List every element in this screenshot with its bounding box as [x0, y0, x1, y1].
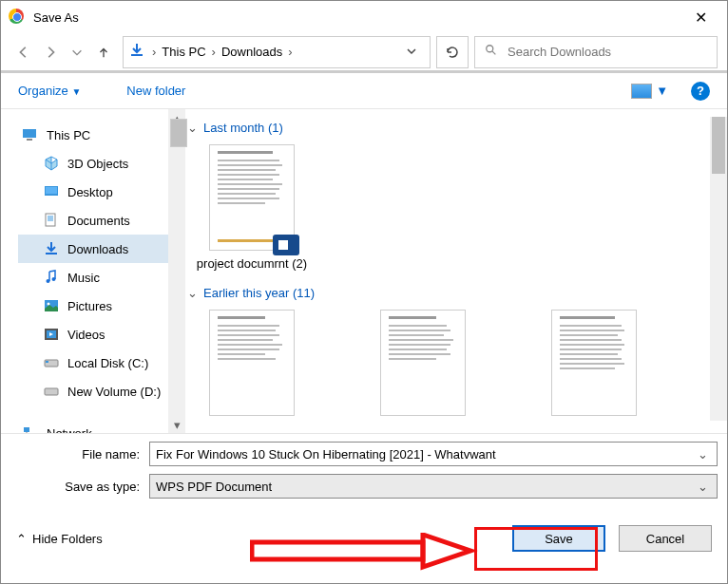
svg-rect-4	[46, 187, 57, 194]
recent-dropdown[interactable]	[64, 39, 90, 66]
network-icon	[22, 425, 39, 433]
refresh-button[interactable]	[436, 36, 469, 68]
pc-icon	[22, 127, 39, 142]
file-thumbnail	[380, 310, 466, 416]
search-input[interactable]	[508, 45, 707, 59]
save-type-field[interactable]: WPS PDF Document⌄	[149, 474, 718, 499]
scroll-thumb[interactable]	[712, 117, 725, 174]
search-box[interactable]	[474, 36, 718, 68]
file-thumbnail	[551, 310, 637, 416]
file-thumbnail	[209, 144, 295, 251]
svg-rect-2	[27, 139, 32, 141]
save-button[interactable]: Save	[512, 525, 605, 552]
back-button[interactable]	[10, 39, 37, 66]
save-type-row: Save as type: WPS PDF Document⌄	[10, 474, 718, 499]
file-project-document[interactable]: project documrnt (2)	[195, 144, 309, 271]
desktop-icon	[43, 184, 60, 199]
view-mode-dropdown[interactable]: ▼	[656, 84, 668, 98]
cancel-button[interactable]: Cancel	[619, 525, 712, 552]
tree-this-pc[interactable]: This PC	[18, 121, 168, 149]
window-title: Save As	[33, 10, 79, 25]
savetype-dropdown[interactable]: ⌄	[694, 480, 711, 494]
svg-rect-14	[45, 388, 58, 395]
documents-icon	[43, 213, 60, 228]
pdf-badge-icon	[273, 235, 299, 255]
file-label: project documrnt (2)	[195, 256, 309, 271]
save-type-label: Save as type:	[10, 480, 149, 494]
breadcrumb-downloads[interactable]: Downloads	[218, 43, 286, 61]
address-bar[interactable]: › This PC › Downloads ›	[123, 36, 431, 68]
disk-icon	[43, 384, 60, 399]
file-name-row: File name: ⌄	[10, 442, 718, 466]
tree-pictures[interactable]: Pictures	[18, 292, 168, 320]
svg-rect-15	[24, 427, 29, 432]
pictures-icon	[43, 298, 60, 313]
file-name-input[interactable]	[156, 447, 694, 462]
content-scrollbar[interactable]	[710, 117, 727, 421]
close-button[interactable]: ✕	[681, 9, 719, 27]
svg-rect-1	[23, 129, 36, 138]
group-earlier-year[interactable]: ⌄Earlier this year (11)	[187, 286, 716, 300]
svg-rect-13	[46, 361, 48, 363]
file-thumbnail	[209, 310, 295, 416]
tree-local-c[interactable]: Local Disk (C:)	[18, 349, 168, 377]
file-item[interactable]	[537, 310, 651, 422]
download-folder-icon	[129, 43, 144, 61]
nav-bar: › This PC › Downloads ›	[1, 33, 727, 73]
disk-icon	[43, 355, 60, 370]
nav-tree: This PC 3D Objects Desktop Documents Dow…	[1, 109, 168, 433]
new-folder-button[interactable]: New folder	[126, 84, 185, 98]
file-name-field[interactable]: ⌄	[149, 442, 718, 466]
file-item[interactable]	[366, 310, 480, 422]
footer: ⌃Hide Folders Save Cancel	[1, 506, 727, 561]
title-bar: Save As ✕	[1, 1, 727, 33]
videos-icon	[43, 327, 60, 342]
filename-dropdown[interactable]: ⌄	[694, 447, 711, 462]
chevron-right-icon[interactable]: ›	[286, 45, 294, 59]
file-item[interactable]	[195, 310, 309, 422]
chevron-right-icon[interactable]: ›	[210, 45, 218, 59]
cube-icon	[43, 156, 60, 171]
chevron-down-icon: ⌄	[187, 121, 198, 135]
chevron-down-icon: ⌄	[187, 286, 198, 300]
chevron-up-icon: ⌃	[16, 532, 27, 546]
tree-documents[interactable]: Documents	[18, 206, 168, 235]
tree-music[interactable]: Music	[18, 263, 168, 292]
chevron-right-icon[interactable]: ›	[150, 45, 158, 59]
address-dropdown[interactable]	[399, 45, 424, 59]
svg-point-6	[47, 279, 50, 283]
tree-3d-objects[interactable]: 3D Objects	[18, 149, 168, 178]
music-icon	[43, 270, 60, 285]
organize-menu[interactable]: Organize ▼	[18, 84, 81, 98]
help-button[interactable]: ?	[691, 82, 710, 101]
hide-folders-button[interactable]: ⌃Hide Folders	[16, 532, 103, 546]
group-last-month[interactable]: ⌄Last month (1)	[187, 121, 716, 135]
downloads-icon	[43, 241, 60, 256]
file-name-label: File name:	[10, 447, 149, 462]
bottom-panel: File name: ⌄ Save as type: WPS PDF Docum…	[1, 433, 727, 499]
chrome-icon	[9, 9, 26, 26]
search-icon	[485, 44, 498, 60]
svg-point-0	[487, 46, 493, 52]
svg-point-7	[52, 277, 56, 281]
up-button[interactable]	[90, 39, 117, 66]
body-area: This PC 3D Objects Desktop Documents Dow…	[1, 109, 727, 433]
tree-videos[interactable]: Videos	[18, 320, 168, 349]
tree-network[interactable]: Network	[18, 419, 168, 433]
forward-button[interactable]	[37, 39, 64, 66]
save-type-value: WPS PDF Document	[156, 480, 694, 494]
file-list: ⌄Last month (1) project documrnt (2) ⌄Ea…	[168, 109, 727, 433]
tree-new-volume[interactable]: New Volume (D:)	[18, 377, 168, 405]
tree-downloads[interactable]: Downloads	[18, 235, 168, 263]
toolbar: Organize ▼ New folder ▼ ?	[1, 73, 727, 109]
view-mode-icon[interactable]	[631, 84, 652, 99]
tree-desktop[interactable]: Desktop	[18, 178, 168, 206]
breadcrumb-this-pc[interactable]: This PC	[158, 43, 209, 61]
